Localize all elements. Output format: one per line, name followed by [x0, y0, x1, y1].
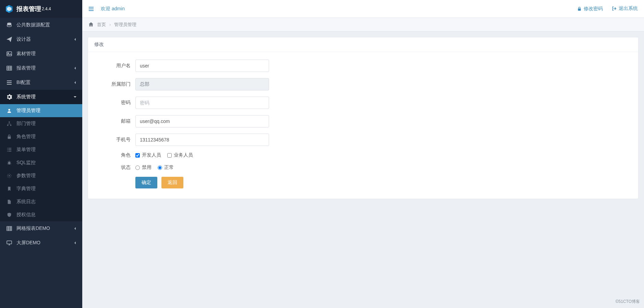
logout-label: 退出系统	[619, 5, 638, 12]
svg-point-18	[8, 162, 11, 165]
change-password-link[interactable]: 修改密码	[577, 6, 603, 12]
user-icon	[5, 108, 13, 113]
sidebar-item-bi[interactable]: BI配置	[0, 75, 82, 90]
svg-rect-15	[8, 149, 11, 150]
svg-rect-20	[7, 226, 12, 231]
svg-rect-21	[7, 241, 12, 244]
submenu-item-role[interactable]: 角色管理	[0, 130, 82, 143]
label-email: 邮箱	[94, 118, 135, 124]
sidebar-item-material[interactable]: 素材管理	[0, 47, 82, 61]
sidebar-item-label: 素材管理	[16, 51, 36, 57]
main: 欢迎 admin 修改密码 退出系统 首页 › 管理员管理 修改	[82, 0, 644, 308]
chevron-left-icon	[73, 81, 77, 84]
svg-rect-3	[7, 66, 12, 70]
sidebar-item-designer[interactable]: 设计器	[0, 32, 82, 47]
app-root: 报表管理 2.4.4 公共数据源配置 设计器 素材管理 报表管理	[0, 0, 644, 308]
brand: 报表管理 2.4.4	[0, 0, 82, 18]
submenu-item-admin[interactable]: 管理员管理	[0, 104, 82, 117]
username-input[interactable]	[135, 60, 269, 72]
svg-rect-25	[578, 9, 581, 11]
sidebar-item-datasource[interactable]: 公共数据源配置	[0, 18, 82, 32]
sitemap-icon	[5, 121, 13, 126]
svg-rect-1	[7, 52, 12, 56]
brand-title: 报表管理	[16, 5, 41, 13]
gear-icon	[5, 94, 13, 100]
sidebar-item-bigscreen[interactable]: 大屏DEMO	[0, 236, 82, 250]
role-options: 开发人员 业务人员	[135, 152, 193, 158]
lock-icon	[5, 134, 13, 139]
submenu-item-license[interactable]: 授权信息	[0, 208, 82, 221]
submenu-item-log[interactable]: 系统日志	[0, 195, 82, 208]
role-dev-option[interactable]: 开发人员	[135, 152, 161, 158]
role-dev-label: 开发人员	[142, 152, 161, 158]
grid-icon	[5, 226, 13, 231]
svg-point-2	[8, 53, 9, 53]
bug-icon	[5, 160, 13, 165]
image-icon	[5, 51, 13, 57]
monitor-icon	[5, 240, 13, 246]
submenu-item-menu[interactable]: 菜单管理	[0, 143, 82, 156]
status-normal-label: 正常	[164, 164, 174, 171]
logout-link[interactable]: 退出系统	[612, 5, 638, 12]
back-button[interactable]: 返回	[161, 177, 183, 188]
chevron-left-icon	[73, 227, 77, 230]
submenu-item-param[interactable]: 参数管理	[0, 169, 82, 182]
label-department: 所属部门	[94, 81, 135, 87]
chevron-left-icon	[73, 241, 77, 245]
status-disabled-radio[interactable]	[135, 165, 140, 170]
topbar: 欢迎 admin 修改密码 退出系统	[82, 0, 644, 18]
sidebar-item-label: 大屏DEMO	[16, 240, 40, 246]
bars-icon	[5, 80, 13, 85]
submenu-item-label: 系统日志	[16, 199, 36, 205]
label-password: 密码	[94, 100, 135, 106]
submenu-item-sql[interactable]: SQL监控	[0, 156, 82, 169]
logout-icon	[612, 6, 617, 11]
svg-rect-4	[7, 81, 12, 81]
breadcrumb-current: 管理员管理	[114, 22, 136, 28]
role-dev-checkbox[interactable]	[135, 153, 140, 158]
status-normal-radio[interactable]	[158, 165, 162, 170]
shield-icon	[5, 212, 13, 217]
submenu-item-dept[interactable]: 部门管理	[0, 117, 82, 130]
svg-rect-23	[89, 9, 94, 9]
svg-point-19	[9, 175, 10, 176]
sidebar-item-griddemo[interactable]: 网格报表DEMO	[0, 221, 82, 236]
breadcrumb: 首页 › 管理员管理	[82, 18, 644, 32]
sidebar-toggle[interactable]	[88, 6, 94, 12]
submit-button[interactable]: 确定	[135, 177, 157, 188]
svg-point-7	[8, 109, 10, 111]
svg-rect-5	[7, 82, 12, 83]
submenu-item-dict[interactable]: 字典管理	[0, 182, 82, 195]
form-panel: 修改 用户名 所属部门 密码 邮箱	[88, 37, 639, 199]
sidebar-item-system[interactable]: 系统管理	[0, 90, 82, 104]
row-username: 用户名	[94, 60, 632, 72]
role-biz-checkbox[interactable]	[167, 153, 172, 158]
brand-version: 2.4.4	[42, 7, 51, 11]
chevron-left-icon	[73, 38, 77, 41]
svg-rect-13	[8, 148, 11, 149]
status-disabled-option[interactable]: 禁用	[135, 164, 151, 171]
submenu-item-label: SQL监控	[16, 160, 36, 166]
table-icon	[5, 65, 13, 71]
sidebar-menu: 公共数据源配置 设计器 素材管理 报表管理 BI配置	[0, 18, 82, 250]
submenu-item-label: 参数管理	[16, 173, 36, 179]
status-normal-option[interactable]: 正常	[158, 164, 174, 171]
label-phone: 手机号	[94, 137, 135, 143]
svg-rect-8	[9, 122, 10, 123]
sidebar-item-report[interactable]: 报表管理	[0, 61, 82, 75]
password-input[interactable]	[135, 97, 269, 109]
svg-rect-12	[7, 148, 8, 149]
svg-rect-22	[89, 7, 94, 8]
label-status: 状态	[94, 164, 135, 171]
breadcrumb-home[interactable]: 首页	[97, 22, 106, 28]
svg-rect-24	[89, 10, 94, 11]
sidebar-item-label: 公共数据源配置	[16, 22, 50, 28]
email-input[interactable]	[135, 115, 269, 127]
department-input[interactable]	[135, 78, 269, 90]
phone-input[interactable]	[135, 134, 269, 146]
svg-rect-9	[7, 125, 9, 126]
cog-icon	[5, 173, 13, 178]
role-biz-option[interactable]: 业务人员	[167, 152, 193, 158]
content: 修改 用户名 所属部门 密码 邮箱	[82, 32, 644, 308]
sidebar-item-label: 网格报表DEMO	[16, 225, 50, 232]
